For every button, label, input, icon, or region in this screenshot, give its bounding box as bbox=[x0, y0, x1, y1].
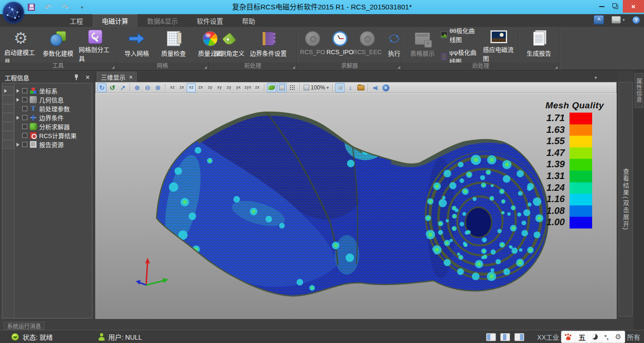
solver-group-label[interactable]: 求解器 bbox=[297, 63, 402, 70]
pan-button[interactable]: ↗ bbox=[118, 83, 127, 92]
tree-item-analysis-solver[interactable]: 分析求解器 bbox=[15, 122, 92, 131]
rcs-eec-button[interactable]: RCS_EEC bbox=[354, 29, 381, 63]
mesh-partition-tool-button[interactable]: 网格剖分工具 bbox=[76, 29, 114, 63]
ime-paw-icon[interactable] bbox=[565, 334, 572, 340]
status-text: 状态: 就绪 bbox=[23, 332, 53, 342]
rcs-ipo-button[interactable]: RCS_IPO bbox=[326, 29, 354, 63]
geometry-icon bbox=[30, 96, 37, 103]
tree-item-boundary-conditions[interactable]: 边界条件 bbox=[15, 113, 92, 122]
rotate-view-button[interactable]: ↻ bbox=[97, 83, 107, 92]
tree-item-report-resources[interactable]: 报告资源 bbox=[15, 140, 92, 149]
checkbox[interactable] bbox=[22, 106, 27, 111]
legend-row: 1.39 bbox=[537, 159, 613, 171]
mesh-group-label[interactable]: 网格 bbox=[116, 63, 208, 70]
orbit-button[interactable]: ↺ bbox=[107, 83, 117, 92]
layout-left-button[interactable] bbox=[486, 333, 496, 341]
status-orb-icon bbox=[11, 333, 19, 341]
cancel-button[interactable]: × bbox=[381, 83, 390, 92]
axis-view-button-zy-4[interactable]: zy bbox=[206, 83, 215, 92]
restore-button[interactable] bbox=[609, 0, 623, 13]
layout-right-button[interactable] bbox=[514, 333, 524, 341]
ime-punctuation-icon[interactable]: °, bbox=[604, 334, 609, 341]
checkbox[interactable] bbox=[22, 124, 27, 129]
checkbox[interactable] bbox=[22, 142, 27, 147]
close-button[interactable]: × bbox=[623, 0, 644, 13]
minimize-button[interactable] bbox=[594, 0, 609, 13]
ime-settings-icon[interactable]: ⚙ bbox=[615, 333, 621, 341]
help-button[interactable]: ? bbox=[632, 16, 640, 24]
legend-row: 1.31 bbox=[537, 171, 613, 182]
launch-modeling-tool-button[interactable]: ⚙ 启动建模工具 bbox=[2, 29, 40, 63]
tree-item-rcs-results[interactable]: RCS计算结果 bbox=[15, 131, 92, 140]
ime-toolbar[interactable]: 五 °, ⚙ bbox=[561, 331, 625, 343]
checkbox[interactable] bbox=[22, 133, 27, 138]
user-icon bbox=[98, 333, 105, 341]
zoom-fit-button[interactable]: ⊛ bbox=[153, 83, 163, 92]
tree-item-geometry-info[interactable]: 几何信息 bbox=[15, 95, 92, 104]
theta-polarization-curve-button[interactable]: θθ极化曲线图 bbox=[441, 26, 480, 44]
import-mesh-button[interactable]: 导入网格 bbox=[118, 29, 155, 63]
postprocess-group-label[interactable]: 后处理 bbox=[402, 63, 559, 70]
points-mode-button[interactable] bbox=[288, 83, 297, 92]
tree-item-coordinate-system[interactable]: 坐标系 bbox=[15, 86, 92, 95]
tab-data-display[interactable]: 数据&显示 bbox=[138, 14, 187, 27]
pin-icon[interactable] bbox=[74, 74, 79, 81]
tab-engineering[interactable]: 工程 bbox=[60, 14, 92, 27]
clip-plane-button[interactable] bbox=[335, 83, 345, 92]
wrench-icon bbox=[88, 30, 102, 44]
results-collapsed-panel[interactable]: 查看结果(双击展开) bbox=[619, 82, 633, 317]
axis-view-button-zx-1[interactable]: zx bbox=[177, 83, 186, 92]
legend-value: 1.08 bbox=[537, 205, 570, 216]
axis-view-button-xy-5[interactable]: xy bbox=[215, 83, 224, 92]
tab-close-icon[interactable]: × bbox=[129, 74, 132, 81]
checkbox[interactable] bbox=[22, 88, 27, 93]
checkbox[interactable] bbox=[22, 115, 27, 120]
shaded-mode-button[interactable] bbox=[267, 83, 276, 92]
ime-halfwidth-icon[interactable] bbox=[592, 334, 598, 340]
axis-view-button-xz-2[interactable]: xz bbox=[187, 83, 196, 92]
capture-button[interactable] bbox=[356, 83, 365, 92]
app-logo-icon[interactable] bbox=[3, 2, 24, 24]
tab-em-computation[interactable]: 电磁计算 bbox=[92, 14, 138, 27]
axis-view-button-zy-6[interactable]: zy bbox=[224, 83, 233, 92]
execute-button[interactable]: 执行 bbox=[384, 29, 405, 63]
monitor-icon bbox=[611, 16, 621, 24]
axis-view-buttons: xzzxxzzxzyxyzyyxzyxzx bbox=[168, 83, 262, 92]
tab-list-dropdown[interactable]: ▾ bbox=[594, 75, 597, 80]
generate-report-button[interactable]: 生成报告 bbox=[520, 29, 557, 63]
tools-group-label[interactable]: 工具 bbox=[0, 63, 116, 70]
boundary-condition-settings-button[interactable]: 边界条件设置 bbox=[248, 29, 289, 63]
import-view-button[interactable]: ↓ bbox=[346, 83, 355, 92]
zoom-level-select[interactable]: 100% ▾ bbox=[302, 84, 330, 91]
collapse-ribbon-button[interactable]: ^ bbox=[594, 15, 604, 24]
axis-view-button-zx-9[interactable]: zx bbox=[253, 83, 262, 92]
checkbox[interactable] bbox=[22, 97, 27, 102]
axis-view-button-zx-3[interactable]: zx bbox=[196, 83, 205, 92]
tree-item-preprocess-params[interactable]: T 前处理参数 bbox=[15, 104, 92, 113]
system-messages-tab[interactable]: 系统运行消息 bbox=[4, 322, 44, 330]
legend-row: 1.16 bbox=[537, 194, 613, 205]
share-button[interactable]: ⋖ bbox=[371, 83, 380, 92]
zoom-out-button[interactable]: ⊖ bbox=[143, 83, 152, 92]
parametric-modeling-button[interactable]: 参数化建模 bbox=[40, 29, 76, 63]
properties-tab[interactable]: 属性信息 bbox=[635, 73, 643, 108]
tab-software-settings[interactable]: 软件设置 bbox=[187, 14, 232, 27]
axis-triad bbox=[136, 258, 168, 285]
induced-current-map-button[interactable]: 感应电磁流图 bbox=[480, 29, 517, 63]
zoom-in-button[interactable]: ⊕ bbox=[132, 83, 142, 92]
layout-center-button[interactable] bbox=[500, 333, 510, 341]
tab-3d-display[interactable]: 三维显示 × bbox=[97, 72, 137, 82]
tab-help[interactable]: 帮助 bbox=[232, 14, 264, 27]
surface-mode-button[interactable] bbox=[277, 83, 287, 92]
display-mode-button[interactable]: ▾ bbox=[611, 16, 625, 24]
ime-mode-char[interactable]: 五 bbox=[578, 332, 586, 342]
axis-view-button-zyx-8[interactable]: zyx bbox=[243, 83, 252, 92]
table-display-button[interactable]: 表格展示 bbox=[404, 29, 441, 63]
quality-check-button[interactable]: 质量检查 bbox=[155, 29, 192, 63]
preprocess-group-label[interactable]: 前处理 bbox=[209, 63, 297, 70]
axis-view-button-yx-7[interactable]: yx bbox=[234, 83, 243, 92]
viewport-3d[interactable]: Mesh Quality 1.711.631.551.471.391.311.2… bbox=[95, 93, 617, 319]
axis-view-button-xz-0[interactable]: xz bbox=[168, 83, 177, 92]
panel-close-button[interactable]: × bbox=[86, 74, 90, 81]
rcs-po-button[interactable]: RCS_PO bbox=[299, 29, 326, 63]
